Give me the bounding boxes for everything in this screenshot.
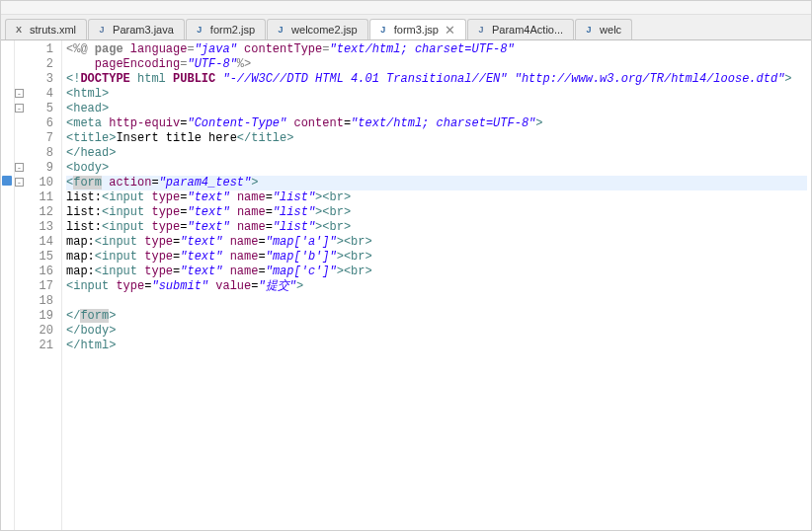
line-number: 17 xyxy=(17,279,53,294)
code-line[interactable]: pageEncoding="UTF-8"%> xyxy=(66,57,807,72)
line-number: 13 xyxy=(17,220,53,235)
line-number: 20 xyxy=(17,324,53,339)
xml-file-icon: X xyxy=(12,23,26,37)
marker-slot xyxy=(1,292,14,307)
code-line[interactable]: map:<input type="text" name="map['b']"><… xyxy=(66,250,807,265)
tab-label: welc xyxy=(600,24,621,36)
fold-toggle-icon[interactable]: - xyxy=(15,178,24,187)
line-number: 8 xyxy=(17,146,53,161)
line-number: 4- xyxy=(17,87,53,102)
code-line[interactable]: </head> xyxy=(66,146,807,161)
marker-slot xyxy=(1,144,14,159)
code-line[interactable]: map:<input type="text" name="map['a']"><… xyxy=(66,235,807,250)
editor-container: Xstruts.xmlJParam3.javaJform2.jspJwelcom… xyxy=(0,0,812,531)
jsp-file-icon: J xyxy=(274,23,287,37)
code-line[interactable] xyxy=(66,294,807,309)
java-file-icon: J xyxy=(95,23,109,37)
marker-slot xyxy=(1,337,14,351)
toolbar-strip xyxy=(1,1,811,15)
editor-tab-3[interactable]: Jwelcome2.jsp xyxy=(267,19,368,39)
close-icon[interactable]: ✕ xyxy=(445,24,455,37)
code-line[interactable]: <form action="param4_test"> xyxy=(66,176,807,190)
marker-slot xyxy=(1,277,14,292)
line-number: 1 xyxy=(17,42,53,57)
code-line[interactable]: list:<input type="text" name="list"><br> xyxy=(66,190,807,205)
code-line[interactable]: <!DOCTYPE html PUBLIC "-//W3C//DTD HTML … xyxy=(66,72,807,87)
marker-slot xyxy=(1,70,14,85)
marker-slot xyxy=(1,40,14,55)
marker-slot xyxy=(1,248,14,263)
marker-slot xyxy=(1,307,14,322)
line-number: 7 xyxy=(17,131,53,146)
marker-slot xyxy=(1,114,14,129)
marker-slot xyxy=(1,263,14,277)
line-number: 15 xyxy=(17,250,53,265)
code-line[interactable]: <head> xyxy=(66,102,807,116)
fold-toggle-icon[interactable]: - xyxy=(15,104,24,113)
code-line[interactable]: </form> xyxy=(66,309,807,324)
line-number: 3 xyxy=(17,72,53,87)
marker-slot xyxy=(1,322,14,337)
marker-slot xyxy=(1,189,14,203)
marker-slot xyxy=(1,174,14,189)
line-number: 14 xyxy=(17,235,53,250)
editor-tab-6[interactable]: Jwelc xyxy=(575,19,632,39)
line-number: 21 xyxy=(17,339,53,353)
tab-label: struts.xml xyxy=(30,24,76,36)
code-line[interactable]: </html> xyxy=(66,339,807,353)
editor-tab-2[interactable]: Jform2.jsp xyxy=(186,19,266,39)
editor-tab-0[interactable]: Xstruts.xml xyxy=(5,19,87,39)
editor-tab-5[interactable]: JParam4Actio... xyxy=(467,19,574,39)
line-number: 11 xyxy=(17,190,53,205)
code-line[interactable]: list:<input type="text" name="list"><br> xyxy=(66,220,807,235)
fold-toggle-icon[interactable]: - xyxy=(15,163,24,172)
code-line[interactable]: <body> xyxy=(66,161,807,176)
marker-slot xyxy=(1,55,14,70)
code-line[interactable]: map:<input type="text" name="map['c']"><… xyxy=(66,265,807,279)
line-number: 12 xyxy=(17,205,53,220)
line-number-gutter: 1234-5-6789-10-1112131415161718192021 xyxy=(15,40,62,530)
line-number: 9- xyxy=(17,161,53,176)
line-number: 10- xyxy=(17,176,53,190)
line-number: 2 xyxy=(17,57,53,72)
line-number: 18 xyxy=(17,294,53,309)
marker-icon[interactable] xyxy=(2,176,12,186)
marker-slot xyxy=(1,85,14,100)
marker-slot xyxy=(1,233,14,248)
tab-label: form3.jsp xyxy=(394,24,439,36)
java-file-icon: J xyxy=(474,23,488,37)
marker-slot xyxy=(1,100,14,114)
code-line[interactable]: <input type="submit" value="提交"> xyxy=(66,279,807,294)
line-number: 6 xyxy=(17,116,53,131)
code-line[interactable]: <%@ page language="java" contentType="te… xyxy=(66,42,807,57)
editor-body: 1234-5-6789-10-1112131415161718192021 <%… xyxy=(1,40,811,530)
editor-tab-1[interactable]: JParam3.java xyxy=(88,19,185,39)
code-line[interactable]: <meta http-equiv="Content-Type" content=… xyxy=(66,116,807,131)
tab-label: Param3.java xyxy=(113,24,174,36)
code-line[interactable]: <html> xyxy=(66,87,807,102)
jsp-file-icon: J xyxy=(582,23,596,37)
jsp-file-icon: J xyxy=(193,23,206,37)
marker-slot xyxy=(1,203,14,218)
marker-slot xyxy=(1,218,14,233)
editor-tab-bar: Xstruts.xmlJParam3.javaJform2.jspJwelcom… xyxy=(1,15,811,40)
code-line[interactable]: <title>Insert title here</title> xyxy=(66,131,807,146)
fold-toggle-icon[interactable]: - xyxy=(15,89,24,98)
tab-label: welcome2.jsp xyxy=(291,24,358,36)
line-number: 5- xyxy=(17,102,53,116)
marker-bar xyxy=(1,40,15,530)
tab-label: form2.jsp xyxy=(210,24,255,36)
code-area[interactable]: <%@ page language="java" contentType="te… xyxy=(62,40,811,530)
marker-slot xyxy=(1,159,14,174)
line-number: 16 xyxy=(17,265,53,279)
code-line[interactable]: list:<input type="text" name="list"><br> xyxy=(66,205,807,220)
code-line[interactable]: </body> xyxy=(66,324,807,339)
line-number: 19 xyxy=(17,309,53,324)
marker-slot xyxy=(1,129,14,144)
tab-label: Param4Actio... xyxy=(492,24,563,36)
jsp-file-icon: J xyxy=(376,23,390,37)
editor-tab-4[interactable]: Jform3.jsp✕ xyxy=(369,19,466,40)
